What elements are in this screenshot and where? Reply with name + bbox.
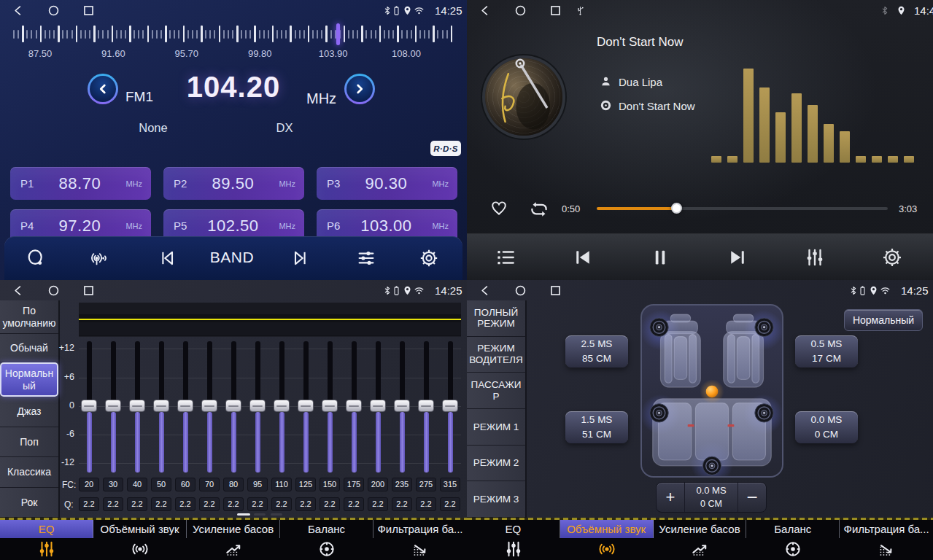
eq-slider-track-top[interactable] [135, 341, 140, 402]
home-icon[interactable] [47, 284, 61, 298]
preset-button-p1[interactable]: P188.70MHz [10, 167, 151, 200]
eq-slider-track-top[interactable] [183, 341, 188, 402]
heart-icon[interactable] [489, 198, 509, 218]
home-icon[interactable] [47, 4, 61, 18]
eq-fc-value[interactable]: 70 [199, 478, 220, 491]
eq-slider-track-top[interactable] [352, 341, 357, 402]
eq-slider-track-top[interactable] [159, 341, 164, 402]
mixer-vertical-icon[interactable] [804, 246, 826, 268]
staging-mode-item[interactable]: ПАССАЖИР [467, 373, 525, 409]
eq-slider-track-bottom[interactable] [448, 412, 453, 472]
eq-fc-value[interactable]: 50 [151, 478, 171, 491]
staging-mode-item[interactable]: РЕЖИМ 1 [467, 409, 525, 446]
delay-front-left-button[interactable]: 2.5 MS 85 CM [565, 335, 628, 368]
eq-slider-track-top[interactable] [303, 341, 309, 402]
recent-apps-icon[interactable] [82, 284, 96, 298]
eq-slider-track-bottom[interactable] [279, 412, 284, 472]
tab-bass-boost[interactable]: Усиление басов [187, 520, 280, 560]
eq-slider-knob[interactable] [249, 400, 266, 412]
eq-slider-track-bottom[interactable] [183, 412, 188, 472]
eq-q-value[interactable]: 2.2 [223, 497, 244, 511]
recent-apps-icon[interactable] [549, 284, 562, 298]
eq-slider-knob[interactable] [274, 400, 290, 412]
tab-eq[interactable]: EQ [0, 520, 93, 560]
eq-slider-track-bottom[interactable] [303, 412, 309, 472]
eq-q-value[interactable]: 2.2 [151, 497, 171, 511]
mixer-horizontal-icon[interactable] [356, 248, 376, 268]
broadcast-icon[interactable] [88, 248, 109, 268]
eq-q-value[interactable]: 2.2 [103, 497, 123, 511]
eq-q-value[interactable]: 2.2 [127, 497, 147, 511]
eq-fc-value[interactable]: 150 [320, 478, 340, 491]
eq-q-value[interactable]: 2.2 [247, 497, 268, 511]
tab-surround[interactable]: Объёмный звук [93, 520, 187, 560]
eq-q-value[interactable]: 2.2 [416, 497, 436, 511]
eq-q-value[interactable]: 2.2 [320, 497, 340, 511]
eq-slider-knob[interactable] [418, 400, 434, 412]
eq-slider-track-top[interactable] [328, 341, 333, 402]
eq-fc-value[interactable]: 30 [103, 478, 123, 491]
tune-up-button[interactable] [344, 74, 375, 104]
eq-slider-knob[interactable] [129, 400, 145, 412]
eq-slider-knob[interactable] [370, 400, 386, 412]
tab-eq[interactable]: EQ [467, 520, 560, 560]
eq-slider-track-top[interactable] [448, 341, 453, 402]
delay-decrease-button[interactable]: − [738, 483, 766, 512]
staging-profile-button[interactable]: Нормальный [844, 309, 923, 331]
tab-filter[interactable]: Фильтрация ба... [840, 520, 933, 560]
next-solid-icon[interactable] [727, 246, 748, 268]
eq-fc-value[interactable]: 80 [223, 478, 244, 491]
scan-icon[interactable] [26, 248, 46, 268]
eq-fc-value[interactable]: 175 [344, 478, 364, 491]
progress-knob[interactable] [671, 203, 682, 214]
eq-fc-value[interactable]: 235 [392, 478, 412, 491]
tab-bass-boost[interactable]: Усиление басов [654, 520, 747, 560]
eq-slider-knob[interactable] [442, 400, 458, 412]
eq-slider-track-bottom[interactable] [255, 412, 260, 472]
eq-fc-value[interactable]: 60 [175, 478, 195, 491]
eq-fc-value[interactable]: 20 [79, 478, 99, 491]
delay-increase-button[interactable]: + [657, 483, 684, 512]
pause-icon[interactable] [649, 246, 671, 268]
prev-track-icon[interactable] [157, 248, 177, 268]
eq-slider-track-top[interactable] [376, 341, 381, 402]
eq-q-value[interactable]: 2.2 [295, 497, 316, 511]
eq-slider-track-bottom[interactable] [328, 412, 333, 472]
eq-preset-item[interactable]: По умолчанию [0, 300, 58, 334]
eq-q-value[interactable]: 2.2 [392, 497, 412, 511]
eq-fc-value[interactable]: 200 [368, 478, 388, 491]
eq-slider-track-top[interactable] [231, 341, 236, 402]
eq-slider-knob[interactable] [177, 400, 193, 412]
eq-fc-value[interactable]: 315 [440, 478, 460, 491]
eq-q-value[interactable]: 2.2 [175, 497, 195, 511]
eq-q-value[interactable]: 2.2 [271, 497, 292, 511]
back-icon[interactable] [479, 284, 492, 298]
playlist-icon[interactable] [495, 246, 516, 268]
next-track-icon[interactable] [290, 248, 311, 268]
back-icon[interactable] [12, 4, 26, 18]
eq-slider-track-bottom[interactable] [207, 412, 212, 472]
eq-q-value[interactable]: 2.2 [368, 497, 388, 511]
eq-slider-track-top[interactable] [424, 341, 429, 402]
tuning-pointer[interactable] [336, 23, 340, 45]
eq-slider-track-top[interactable] [279, 341, 284, 402]
eq-slider-track-bottom[interactable] [352, 412, 357, 472]
eq-fc-value[interactable]: 110 [271, 478, 292, 491]
eq-slider-track-bottom[interactable] [424, 412, 429, 472]
eq-slider-track-top[interactable] [87, 341, 92, 402]
eq-slider-knob[interactable] [322, 400, 338, 412]
eq-slider-knob[interactable] [346, 400, 362, 412]
eq-slider-knob[interactable] [225, 400, 241, 412]
eq-fc-value[interactable]: 95 [247, 478, 268, 491]
delay-front-right-button[interactable]: 0.5 MS 17 CM [795, 335, 858, 368]
eq-slider-track-bottom[interactable] [376, 412, 381, 472]
tune-down-button[interactable] [88, 74, 118, 104]
preset-button-p2[interactable]: P289.50MHz [163, 167, 304, 200]
prev-solid-icon[interactable] [572, 246, 594, 268]
staging-mode-item[interactable]: ПОЛНЫЙ РЕЖИМ [467, 300, 525, 337]
tab-balance[interactable]: Баланс [746, 520, 840, 560]
preset-button-p3[interactable]: P390.30MHz [317, 167, 457, 200]
delay-rear-right-button[interactable]: 0.0 MS 0 CM [795, 411, 858, 443]
eq-slider-track-bottom[interactable] [159, 412, 164, 472]
eq-slider-track-bottom[interactable] [400, 412, 405, 472]
